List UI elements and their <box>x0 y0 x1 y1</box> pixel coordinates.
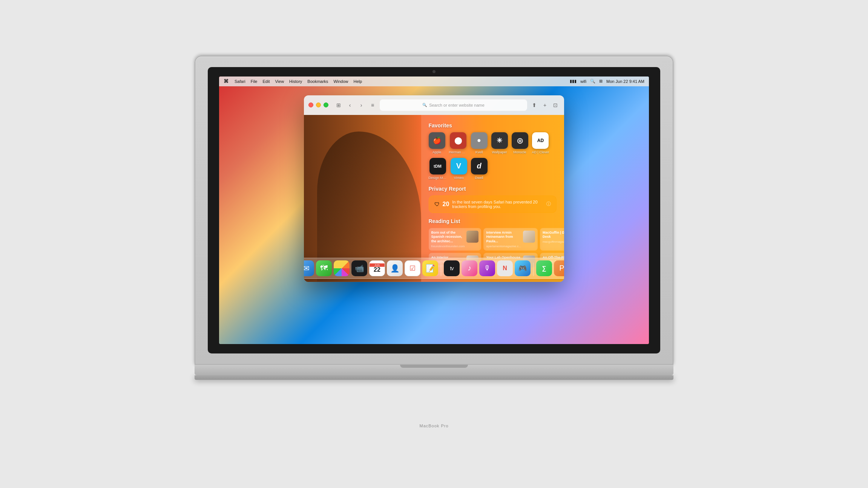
reading-title-1: Born out of the Spanish recession, the a… <box>431 231 465 244</box>
dock-mail[interactable]: ✉ <box>304 260 314 276</box>
safari-toolbar: ⊞ ‹ › ≡ 🔍 Search or enter website name ⬆… <box>304 95 564 115</box>
dock-arcade[interactable]: 🎮 <box>515 260 531 276</box>
reading-text-2: Interview Armin Heinemann from Paula... … <box>486 231 521 248</box>
reading-text-3: MacGuffin | Desk on Desk macguffinmagazi… <box>543 231 564 243</box>
dwell-label: Dwell <box>475 176 483 180</box>
favorite-apple[interactable]: 🍎 Apple <box>429 132 445 154</box>
menubar-bookmarks[interactable]: Bookmarks <box>307 79 328 84</box>
dock-contacts[interactable]: 👤 <box>387 260 403 276</box>
dock-podcasts[interactable]: 🎙 <box>479 260 495 276</box>
privacy-report-title: Privacy Report <box>429 186 557 192</box>
dm-icon: tDM <box>429 158 446 174</box>
favorites-grid: 🍎 Apple ⬤ Herman Miller ● <box>429 132 557 180</box>
wallpaper-label: Wallpaper <box>492 150 507 154</box>
monocle-icon: ◎ <box>512 132 528 149</box>
safari-window: ⊞ ‹ › ≡ 🔍 Search or enter website name ⬆… <box>304 95 564 282</box>
back-button[interactable]: ‹ <box>346 101 354 109</box>
kvell-label: Kvell <box>475 150 483 154</box>
dock: 💬 ✉ 🗺 📹 JUN 22 👤 <box>304 258 564 279</box>
dock-notes[interactable]: 📝 <box>422 260 438 276</box>
dock-calendar[interactable]: JUN 22 <box>369 260 385 276</box>
address-placeholder: Search or enter website name <box>429 103 485 107</box>
ad-label: AD | Clever <box>532 150 549 154</box>
favorite-hm[interactable]: ⬤ Herman Miller <box>449 132 467 154</box>
dock-divider-2 <box>533 263 534 276</box>
favorites-title: Favorites <box>429 122 557 129</box>
macbook-lid: ⌘ Safari File Edit View History Bookmark… <box>195 56 673 365</box>
control-center-icon[interactable]: ⊞ <box>599 79 603 84</box>
battery-icon: ▮▮▮ <box>570 79 577 84</box>
menubar-window[interactable]: Window <box>333 79 348 84</box>
menubar: ⌘ Safari File Edit View History Bookmark… <box>219 76 649 86</box>
privacy-description: In the last seven days Safari has preven… <box>452 200 543 209</box>
favorite-dm[interactable]: tDM Design Museum <box>429 158 447 180</box>
minimize-button[interactable] <box>316 102 321 107</box>
reading-item-3[interactable]: MacGuffin | Desk on Desk macguffinmagazi… <box>540 228 564 251</box>
dm-label: Design Museum <box>429 176 447 180</box>
shield-icon: 🛡 <box>434 201 440 207</box>
share-button[interactable]: ⬆ <box>530 101 538 109</box>
favorite-kvell[interactable]: ● Kvell <box>471 132 488 154</box>
maximize-button[interactable] <box>324 102 328 107</box>
reader-button[interactable]: ≡ <box>368 101 377 109</box>
favorite-monocle[interactable]: ◎ Monocle <box>512 132 528 154</box>
forward-button[interactable]: › <box>357 101 365 109</box>
apple-label: Apple <box>432 150 441 154</box>
reading-item-1[interactable]: Born out of the Spanish recession, the a… <box>429 228 482 251</box>
address-bar[interactable]: 🔍 Search or enter website name <box>380 99 527 111</box>
dock-numbers[interactable]: ∑ <box>536 260 552 276</box>
reading-item-2[interactable]: Interview Armin Heinemann from Paula... … <box>483 228 538 251</box>
favorite-wallpaper[interactable]: ✳ Wallpaper <box>491 132 508 154</box>
privacy-banner[interactable]: 🛡 20 In the last seven days Safari has p… <box>429 196 557 213</box>
apple-menu[interactable]: ⌘ <box>224 78 229 84</box>
favorite-dwell[interactable]: d Dwell <box>471 158 488 180</box>
macbook-base <box>195 365 673 375</box>
show-tabs-button[interactable]: ⊡ <box>551 101 560 109</box>
menubar-help[interactable]: Help <box>354 79 362 84</box>
toolbar-actions: ⬆ + ⊡ <box>530 101 560 109</box>
dock-music[interactable]: ♪ <box>462 260 477 276</box>
menubar-view[interactable]: View <box>275 79 284 84</box>
monocle-label: Monocle <box>513 150 526 154</box>
dock-appletv[interactable]: tv <box>444 260 460 276</box>
dock-news[interactable]: N <box>497 260 513 276</box>
safari-content: Favorites 🍎 Apple ⬤ Herman Miller <box>304 115 564 282</box>
screen-bezel: ⌘ Safari File Edit View History Bookmark… <box>208 67 660 353</box>
search-icon-small: 🔍 <box>422 103 427 107</box>
dock-reminders[interactable]: ☑ <box>405 260 420 276</box>
favorite-vimeo[interactable]: V Vimeo <box>451 158 467 180</box>
dock-photos[interactable] <box>334 260 350 276</box>
macbook-feet <box>195 375 673 380</box>
menubar-safari[interactable]: Safari <box>235 79 245 84</box>
hm-label: Herman Miller <box>449 150 467 154</box>
traffic-lights <box>308 102 328 107</box>
menubar-file[interactable]: File <box>251 79 258 84</box>
screen: ⌘ Safari File Edit View History Bookmark… <box>219 76 649 344</box>
dock-facetime[interactable]: 📹 <box>351 260 367 276</box>
wallpaper-icon: ✳ <box>491 132 508 149</box>
dock-maps[interactable]: 🗺 <box>316 260 332 276</box>
reading-list-title: Reading List <box>429 218 557 224</box>
dock-pages[interactable]: P <box>554 260 564 276</box>
menubar-edit[interactable]: Edit <box>262 79 270 84</box>
reading-url-3: macguffinmagazine.com <box>543 240 564 243</box>
sidebar-button[interactable]: ⊞ <box>334 101 343 109</box>
reading-text-1: Born out of the Spanish recession, the a… <box>431 231 465 248</box>
close-button[interactable] <box>308 102 313 107</box>
favorite-ad[interactable]: AD AD | Clever <box>532 132 549 154</box>
macbook-container: ⌘ Safari File Edit View History Bookmark… <box>195 56 673 433</box>
search-icon[interactable]: 🔍 <box>590 79 595 84</box>
wifi-icon: wifi <box>580 79 586 84</box>
apple-icon: 🍎 <box>429 132 445 149</box>
reading-title-2: Interview Armin Heinemann from Paula... <box>486 231 521 244</box>
privacy-report-section: Privacy Report 🛡 20 In the last seven da… <box>429 186 557 213</box>
tracker-count: 20 <box>443 201 449 208</box>
menubar-datetime: Mon Jun 22 9:41 AM <box>606 79 644 84</box>
menubar-history[interactable]: History <box>289 79 302 84</box>
info-icon[interactable]: ⓘ <box>546 201 551 207</box>
dock-container: 💬 ✉ 🗺 📹 JUN 22 👤 <box>304 258 564 279</box>
reading-url-2: apartamentomagazine.c... <box>486 245 521 248</box>
menubar-items: Safari File Edit View History Bookmarks … <box>235 79 362 84</box>
new-tab-button[interactable]: + <box>541 101 549 109</box>
macbook-hinge-notch <box>400 365 468 368</box>
